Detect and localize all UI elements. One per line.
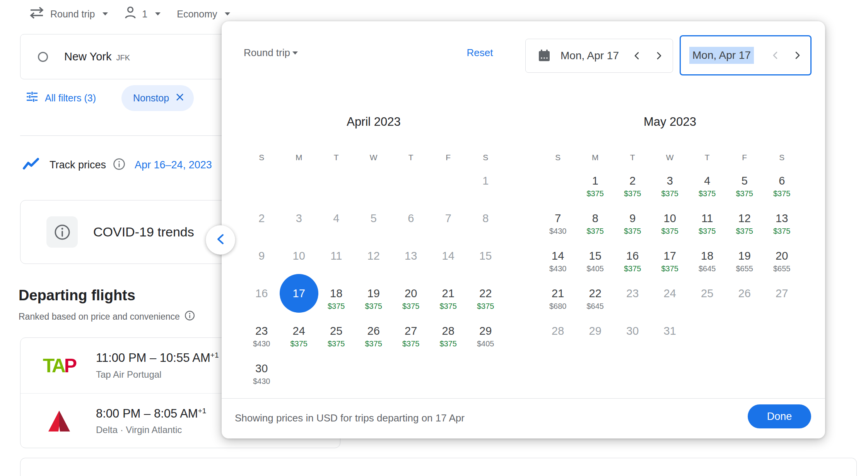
chevron-left-icon [215,233,226,247]
calendar-day[interactable]: 21$375 [430,285,467,322]
trip-type-label: Round trip [50,9,95,20]
date-range-link[interactable]: Apr 16–24, 2023 [135,159,212,171]
calendar-day[interactable]: 18$375 [318,285,355,322]
covid-trends-card[interactable]: COVID-19 trends [20,200,237,264]
calendar-day[interactable]: 13$375 [763,210,801,247]
track-prices-label: Track prices [50,159,106,171]
calendar-day[interactable]: 29$405 [467,322,504,360]
calendar-day[interactable]: 12$375 [726,210,764,247]
day-number: 21 [430,285,467,302]
day-number: 8 [577,210,614,227]
next-date-button[interactable] [786,45,808,66]
day-price: $375 [689,189,726,198]
day-number: 13 [392,247,430,264]
weekday-header: F [430,153,467,162]
calendar-empty-cell [355,360,393,397]
day-price: $375 [614,189,651,198]
day-price: $375 [355,339,393,348]
calendar-day[interactable]: 30$430 [243,360,280,397]
flight-airline: Tap Air Portugal [96,369,219,380]
chevron-down-icon [225,12,230,15]
day-price: $375 [392,339,430,348]
calendar-day[interactable]: 5$375 [726,172,764,210]
day-number: 13 [763,210,801,227]
person-icon [124,6,137,22]
info-icon[interactable] [113,158,125,172]
previous-date-button[interactable] [626,45,648,67]
collapse-dialog-button[interactable] [206,225,235,255]
calendar-day[interactable]: 25$375 [318,322,355,360]
chip-label: Nonstop [133,92,169,104]
trip-type-dropdown[interactable]: Round trip [23,4,113,24]
filters-row: All filters (3) Nonstop [26,85,194,111]
calendar-day: 25 [689,285,726,322]
calendar-day[interactable]: 15$405 [577,247,614,285]
previous-date-button[interactable] [765,45,786,66]
chevron-down-icon [103,12,108,15]
calendar-day[interactable]: 4$375 [689,172,726,210]
calendar-day[interactable]: 17$375 [651,247,689,285]
calendar-day[interactable]: 11$375 [689,210,726,247]
weekday-header-row: SMTWTFS [243,153,504,162]
done-button[interactable]: Done [748,404,811,428]
calendar-day[interactable]: 10$375 [651,210,689,247]
calendar-day[interactable]: 20$375 [392,285,430,322]
calendar-day[interactable]: 24$375 [280,322,318,360]
calendar-day[interactable]: 17 [280,285,318,322]
calendar-day[interactable]: 1$375 [577,172,614,210]
calendar-day[interactable]: 21$680 [539,285,577,322]
next-date-button[interactable] [648,45,670,67]
day-price: $375 [467,302,504,311]
calendar-day[interactable]: 8$375 [577,210,614,247]
day-price: $655 [763,264,801,273]
passengers-dropdown[interactable]: 1 [119,4,166,24]
all-filters-button[interactable]: All filters (3) [26,90,96,106]
calendar-day[interactable]: 9$375 [614,210,651,247]
calendar-day[interactable]: 7$430 [539,210,577,247]
calendar-day[interactable]: 6$375 [763,172,801,210]
calendar-empty-cell [430,360,467,397]
calendar-day: 27 [763,285,801,322]
day-number: 10 [280,247,318,264]
calendar-day[interactable]: 19$655 [726,247,764,285]
day-number: 18 [318,285,355,302]
calendar-month-may: May 2023 SMTWTFS 1$3752$3753$3754$3755$3… [539,114,801,130]
tap-air-portugal-logo: TAP [42,356,77,375]
calendar-day[interactable]: 27$375 [392,322,430,360]
close-icon[interactable] [175,92,185,103]
date-picker-dialog: Round trip Reset Mon, Apr 17 [222,21,825,438]
departure-date-field[interactable]: Mon, Apr 17 [525,39,673,73]
day-number: 4 [318,210,355,227]
calendar-day[interactable]: 22$645 [577,285,614,322]
flight-airline: Delta · Virgin Atlantic [96,425,206,435]
calendar-day[interactable]: 26$375 [355,322,393,360]
calendar-day: 1 [467,172,504,210]
google-flights-page: Round trip 1 Economy New York JFK [0,0,868,476]
cabin-class-dropdown[interactable]: Economy [171,4,236,24]
day-price: $430 [539,227,577,236]
day-price: $430 [539,264,577,273]
calendar-day[interactable]: 20$655 [763,247,801,285]
info-icon[interactable] [185,310,195,323]
filter-chip-nonstop[interactable]: Nonstop [121,85,194,111]
calendar-day: 3 [280,210,318,247]
calendar-empty-cell [763,322,801,360]
day-number: 29 [467,322,504,339]
day-number: 23 [614,285,651,302]
calendar-day[interactable]: 28$375 [430,322,467,360]
day-price: $375 [355,302,393,311]
calendar-day[interactable]: 3$375 [651,172,689,210]
calendar-day[interactable]: 23$430 [243,322,280,360]
day-number: 24 [651,285,689,302]
calendar-day[interactable]: 2$375 [614,172,651,210]
reset-button[interactable]: Reset [454,47,506,59]
calendar-day[interactable]: 16$375 [614,247,651,285]
dialog-trip-type-dropdown[interactable]: Round trip [244,47,298,59]
weekday-header: M [577,153,614,162]
calendar-day[interactable]: 18$645 [689,247,726,285]
calendar-day[interactable]: 19$375 [355,285,393,322]
return-date-field[interactable]: Mon, Apr 17 [680,35,812,75]
dialog-footer-note: Showing prices in USD for trips departin… [235,412,465,424]
calendar-day[interactable]: 22$375 [467,285,504,322]
calendar-day[interactable]: 14$430 [539,247,577,285]
